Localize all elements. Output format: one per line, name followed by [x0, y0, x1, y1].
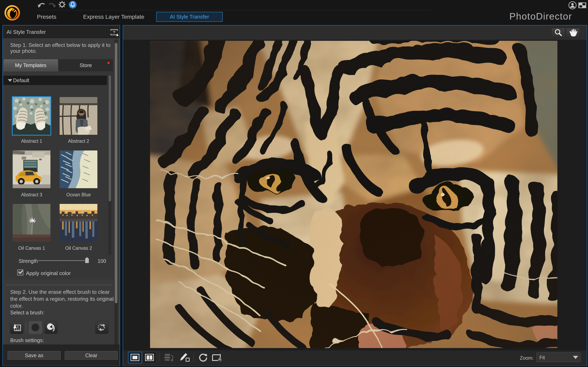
svg-text:?: ?	[113, 30, 115, 35]
